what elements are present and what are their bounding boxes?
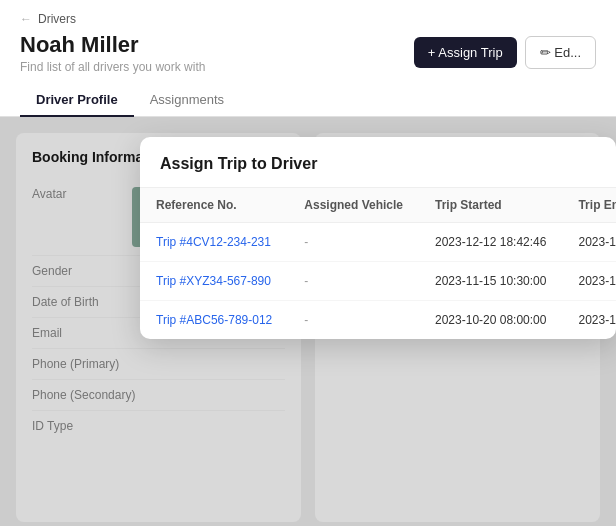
ref-cell[interactable]: Trip #XYZ34-567-890	[140, 262, 288, 301]
modal-title: Assign Trip to Driver	[160, 155, 596, 173]
page-title-block: Noah Miller Find list of all drivers you…	[20, 32, 205, 74]
tab-assignments[interactable]: Assignments	[134, 84, 240, 117]
tabs: Driver Profile Assignments	[20, 84, 596, 116]
ended-cell: 2023-1...	[562, 223, 616, 262]
table-row[interactable]: Trip #ABC56-789-012 - 2023-10-20 08:00:0…	[140, 301, 616, 340]
started-cell: 2023-12-12 18:42:46	[419, 223, 562, 262]
modal-overlay: Assign Trip to Driver Reference No. Assi…	[0, 117, 616, 526]
page-title: Noah Miller	[20, 32, 205, 58]
top-bar: ← Drivers Noah Miller Find list of all d…	[0, 0, 616, 117]
trips-table: Reference No. Assigned Vehicle Trip Star…	[140, 188, 616, 339]
breadcrumb-parent[interactable]: Drivers	[38, 12, 76, 26]
modal-table[interactable]: Reference No. Assigned Vehicle Trip Star…	[140, 188, 616, 339]
col-ended: Trip En...	[562, 188, 616, 223]
started-cell: 2023-10-20 08:00:00	[419, 301, 562, 340]
back-arrow[interactable]: ←	[20, 12, 32, 26]
vehicle-cell: -	[288, 223, 419, 262]
page-subtitle: Find list of all drivers you work with	[20, 60, 205, 74]
modal-header: Assign Trip to Driver	[140, 137, 616, 188]
ended-cell: 2023-1...	[562, 262, 616, 301]
started-cell: 2023-11-15 10:30:00	[419, 262, 562, 301]
col-reference: Reference No.	[140, 188, 288, 223]
col-vehicle: Assigned Vehicle	[288, 188, 419, 223]
assign-trip-button[interactable]: + Assign Trip	[414, 37, 517, 68]
top-actions: + Assign Trip ✏ Ed...	[414, 36, 596, 69]
vehicle-cell: -	[288, 301, 419, 340]
tab-driver-profile[interactable]: Driver Profile	[20, 84, 134, 117]
edit-button[interactable]: ✏ Ed...	[525, 36, 596, 69]
table-row[interactable]: Trip #XYZ34-567-890 - 2023-11-15 10:30:0…	[140, 262, 616, 301]
content-area: Booking Information Avatar Gender Date o…	[0, 117, 616, 526]
ref-cell[interactable]: Trip #ABC56-789-012	[140, 301, 288, 340]
col-started: Trip Started	[419, 188, 562, 223]
ref-cell[interactable]: Trip #4CV12-234-231	[140, 223, 288, 262]
vehicle-cell: -	[288, 262, 419, 301]
assign-trip-modal: Assign Trip to Driver Reference No. Assi…	[140, 137, 616, 339]
breadcrumb: ← Drivers	[20, 12, 596, 26]
ended-cell: 2023-1...	[562, 301, 616, 340]
table-row[interactable]: Trip #4CV12-234-231 - 2023-12-12 18:42:4…	[140, 223, 616, 262]
table-header-row: Reference No. Assigned Vehicle Trip Star…	[140, 188, 616, 223]
